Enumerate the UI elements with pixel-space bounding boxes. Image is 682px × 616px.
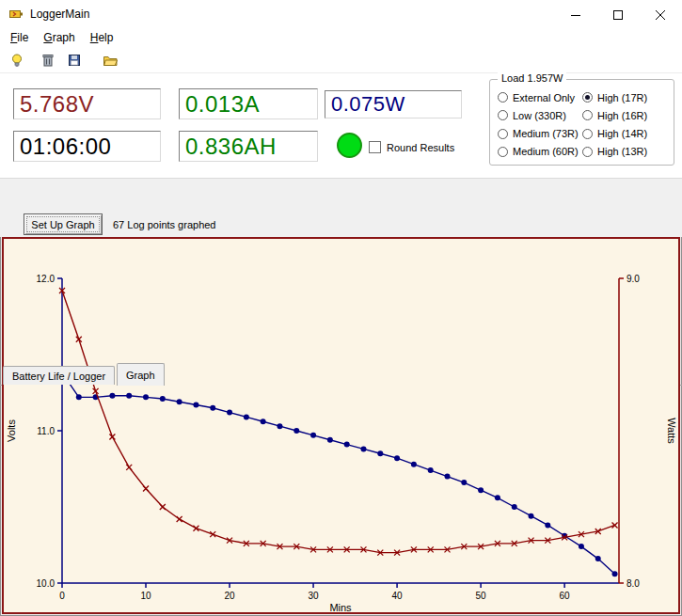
marker-circle — [545, 522, 550, 528]
load-options: External Only Low (330R) Medium (73R) Me… — [498, 88, 670, 161]
set-up-graph-button[interactable]: Set Up Graph — [24, 213, 103, 235]
elapsed-time-display: 01:06:00 — [13, 131, 161, 162]
marker-circle — [445, 474, 451, 480]
x-tick-label: 50 — [476, 591, 487, 601]
radio-external-only[interactable]: External Only — [498, 88, 582, 106]
radio-label: Medium (73R) — [513, 128, 579, 139]
marker-circle — [344, 442, 350, 448]
marker-circle — [227, 410, 232, 416]
round-results-checkbox[interactable] — [369, 141, 381, 153]
marker-circle — [595, 556, 601, 561]
marker-circle — [126, 393, 132, 399]
log-points-status: 67 Log points graphed — [113, 219, 215, 230]
marker-circle — [411, 462, 417, 467]
radio-high-14r[interactable]: High (14R) — [582, 125, 670, 143]
current-display: 0.013A — [179, 88, 318, 119]
marker-circle — [293, 428, 299, 434]
tab-battery-life-logger[interactable]: Battery Life / Logger — [3, 366, 115, 385]
close-icon — [656, 10, 665, 20]
app-icon — [8, 7, 24, 22]
radio-medium-60r[interactable]: Medium (60R) — [498, 143, 582, 161]
radio-label: Medium (60R) — [513, 146, 579, 157]
series-watts — [62, 291, 615, 553]
toolbar — [0, 47, 682, 72]
marker-circle — [394, 455, 400, 461]
left-tick-label: 12.0 — [37, 274, 56, 284]
x-axis-label: Mins — [329, 602, 352, 612]
maximize-button[interactable] — [596, 1, 639, 28]
x-tick-label: 40 — [392, 591, 404, 601]
trash-icon — [40, 53, 56, 68]
bulb-icon — [9, 53, 24, 68]
radio-high-16r[interactable]: High (16R) — [582, 106, 670, 124]
close-button[interactable] — [639, 1, 681, 28]
amphours-display: 0.836AH — [179, 131, 318, 162]
left-axis-label: Volts — [6, 419, 17, 442]
save-icon — [67, 53, 82, 68]
tab-graph[interactable]: Graph — [117, 363, 165, 386]
tabstrip: Battery Life / Logger Graph — [0, 179, 682, 207]
window-controls — [554, 1, 681, 28]
bulb-button[interactable] — [6, 49, 27, 71]
marker-circle — [377, 450, 383, 456]
window-title: LoggerMain — [30, 8, 89, 21]
marker-circle — [428, 467, 434, 473]
menu-help[interactable]: Help — [83, 29, 121, 46]
right-tick-label: 9.0 — [626, 274, 640, 284]
marker-circle — [529, 513, 534, 519]
radio-button — [498, 129, 508, 139]
marker-circle — [143, 394, 149, 400]
menu-file[interactable]: File — [3, 29, 36, 46]
status-indicator — [337, 133, 362, 158]
right-axis-label: Watts — [666, 418, 677, 444]
battery-discharge-chart: 10.011.012.08.09.00102030405060MinsVolts… — [4, 239, 678, 612]
loggermain-window: LoggerMain File Graph Help — [0, 0, 682, 616]
marker-circle — [360, 446, 366, 451]
marker-circle — [612, 571, 618, 577]
load-groupbox-title: Load 1.957W — [498, 72, 566, 84]
radio-button — [582, 147, 593, 157]
left-tick-label: 10.0 — [37, 578, 56, 589]
menubar: File Graph Help — [0, 28, 682, 47]
radio-button — [498, 92, 508, 103]
minimize-button[interactable] — [554, 1, 596, 28]
radio-button — [582, 110, 593, 120]
marker-circle — [177, 399, 182, 404]
marker-circle — [512, 504, 517, 510]
voltage-display: 5.768V — [13, 88, 161, 119]
marker-circle — [261, 419, 266, 424]
radio-medium-73r[interactable]: Medium (73R) — [498, 125, 582, 143]
radio-high-17r[interactable]: High (17R) — [582, 88, 670, 106]
marker-circle — [277, 423, 282, 429]
marker-circle — [109, 393, 115, 399]
menu-graph[interactable]: Graph — [36, 29, 82, 46]
left-tick-label: 11.0 — [37, 426, 55, 436]
radio-label: High (17R) — [597, 92, 647, 103]
titlebar: LoggerMain — [0, 0, 682, 28]
marker-circle — [310, 433, 316, 438]
marker-circle — [495, 495, 500, 500]
radio-label: External Only — [513, 92, 575, 103]
round-results-label: Round Results — [387, 142, 454, 153]
marker-circle — [76, 394, 82, 400]
radio-low-330r[interactable]: Low (330R) — [498, 106, 582, 124]
radio-high-13r[interactable]: High (13R) — [582, 143, 670, 161]
marker-circle — [478, 487, 484, 493]
x-tick-label: 10 — [140, 591, 151, 601]
marker-circle — [160, 396, 166, 402]
x-tick-label: 60 — [560, 591, 571, 601]
open-file-button[interactable] — [100, 49, 121, 71]
open-folder-icon — [103, 53, 119, 68]
radio-button — [498, 147, 508, 157]
marker-circle — [461, 480, 467, 485]
save-log-button[interactable] — [63, 49, 85, 71]
x-tick-label: 20 — [224, 591, 235, 601]
right-tick-label: 8.0 — [626, 578, 640, 589]
radio-label: Low (330R) — [513, 110, 566, 121]
marker-circle — [579, 544, 584, 549]
load-groupbox: Load 1.957W External Only Low (330R) Med… — [489, 79, 674, 166]
radio-button — [582, 129, 593, 139]
minimize-icon — [571, 10, 580, 20]
delete-log-button[interactable] — [37, 49, 58, 71]
radio-label: High (13R) — [597, 146, 647, 157]
